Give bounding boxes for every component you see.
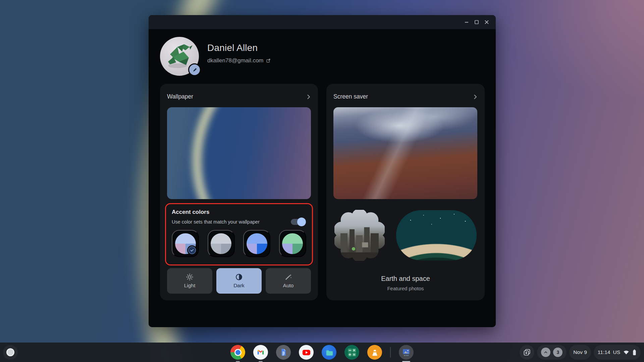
theme-light-button[interactable]: Light (167, 268, 212, 294)
color-swatch-2[interactable] (208, 230, 235, 257)
screen-capture-icon (523, 348, 531, 356)
screensaver-thumb-city[interactable] (334, 210, 385, 261)
files-app-icon[interactable] (322, 345, 336, 360)
expand-tray-circle (541, 348, 550, 357)
launcher-button[interactable] (3, 345, 18, 360)
wallpaper-card-header[interactable]: Wallpaper (167, 93, 312, 100)
wifi-icon (623, 349, 630, 356)
vlc-app-icon[interactable] (367, 345, 382, 360)
close-button[interactable] (482, 17, 492, 27)
color-swatch-1[interactable] (172, 230, 199, 257)
accent-colors-section: Accent colors Use color sets that match … (165, 204, 313, 265)
theme-dark-label: Dark (233, 283, 245, 289)
date-pill[interactable]: Nov 9 (569, 345, 591, 360)
calculator-icon (347, 348, 357, 357)
screensaver-card: Screen saver (326, 84, 485, 300)
screensaver-card-header[interactable]: Screen saver (333, 93, 479, 100)
caret-up-icon (543, 350, 548, 355)
accent-colors-title: Accent colors (172, 209, 306, 216)
selected-check-icon (188, 246, 196, 254)
shelf-separator (390, 347, 391, 358)
profile-email-text: dkallen78@gmail.com (207, 57, 264, 64)
files-folder-icon (325, 348, 334, 357)
keyboard-layout-label: US (613, 349, 620, 355)
youtube-app-icon[interactable] (299, 345, 314, 360)
notification-pill[interactable]: 3 (537, 345, 567, 360)
screensaver-thumbs (333, 208, 477, 262)
theme-auto-button[interactable]: Auto (266, 268, 311, 294)
minimize-icon (464, 19, 470, 25)
vlc-cone-icon (370, 348, 379, 357)
window-body: Daniel Allen dkallen78@gmail.com Wallpap… (149, 29, 496, 327)
profile-email: dkallen78@gmail.com (207, 57, 271, 64)
avatar-edit-button[interactable] (188, 63, 201, 76)
pencil-icon (192, 67, 198, 73)
color-swatch-circle (282, 233, 303, 254)
theme-dark-button[interactable]: Dark (216, 268, 262, 294)
wallpaper-preview-ring (192, 107, 311, 199)
time-label: 11:14 (598, 349, 610, 355)
chevron-right-icon (472, 94, 479, 100)
chrome-app-icon[interactable] (230, 345, 245, 360)
wallpaper-preview[interactable] (167, 107, 311, 199)
status-area: 3 Nov 9 11:14 US (520, 345, 641, 360)
theme-auto-label: Auto (283, 283, 294, 289)
system-tray-pill[interactable]: 11:14 US (594, 345, 641, 360)
screensaver-thumb-space[interactable] (396, 210, 477, 260)
screensaver-card-title: Screen saver (333, 93, 368, 100)
theme-mode-row: Light Dark (167, 268, 311, 294)
gmail-app-icon[interactable] (253, 345, 268, 360)
maximize-icon (474, 19, 480, 25)
notification-count-badge: 3 (553, 348, 562, 357)
dark-mode-icon (235, 273, 243, 281)
gallery-icon (401, 347, 411, 357)
toggle-knob (297, 218, 306, 226)
screen-capture-tray-button[interactable] (520, 345, 534, 360)
screensaver-album-title: Earth and space (326, 275, 485, 283)
gallery-app-icon[interactable] (399, 345, 414, 360)
youtube-icon (302, 348, 311, 357)
battery-icon (632, 349, 637, 356)
date-label: Nov 9 (573, 349, 587, 355)
match-wallpaper-toggle[interactable] (291, 219, 305, 225)
screensaver-album-subtitle: Featured photos (326, 286, 485, 291)
launcher-icon (6, 348, 14, 356)
screensaver-preview[interactable] (333, 107, 477, 199)
gmail-icon (256, 348, 265, 357)
screen: Daniel Allen dkallen78@gmail.com Wallpap… (0, 0, 644, 362)
color-swatch-circle (247, 233, 267, 254)
window-titlebar[interactable] (149, 15, 496, 29)
color-swatch-circle (211, 233, 231, 254)
color-swatch-3[interactable] (243, 230, 270, 257)
maximize-button[interactable] (472, 17, 482, 27)
cards-row: Wallpaper Accent colors Use color sets t… (160, 84, 485, 300)
wallpaper-card-title: Wallpaper (167, 93, 193, 100)
auto-mode-icon (284, 273, 292, 281)
personalization-window: Daniel Allen dkallen78@gmail.com Wallpap… (149, 15, 496, 327)
close-icon (484, 19, 490, 25)
docs-icon (279, 348, 288, 357)
wallpaper-card: Wallpaper Accent colors Use color sets t… (160, 84, 318, 300)
external-link-icon[interactable] (266, 58, 271, 63)
docs-app-icon[interactable] (276, 345, 291, 360)
profile-name: Daniel Allen (207, 43, 258, 53)
color-swatch-4[interactable] (279, 230, 306, 257)
chevron-right-icon (305, 94, 312, 100)
light-mode-icon (186, 273, 194, 281)
shelf-apps (230, 343, 414, 362)
minimize-button[interactable] (462, 17, 472, 27)
theme-light-label: Light (184, 283, 196, 289)
shelf: 3 Nov 9 11:14 US (0, 343, 644, 362)
color-swatch-row (172, 230, 306, 257)
calculator-app-icon[interactable] (344, 345, 359, 360)
accent-colors-subtitle: Use color sets that match your wallpaper (172, 219, 260, 225)
